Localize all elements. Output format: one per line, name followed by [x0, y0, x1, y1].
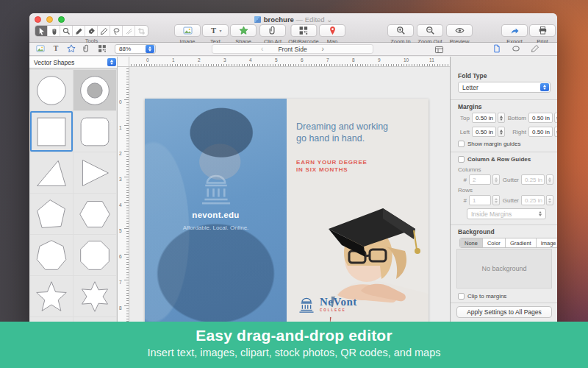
- crop-tool[interactable]: [135, 26, 148, 36]
- shape-rounded-square[interactable]: [74, 111, 116, 152]
- qr-barcode-button[interactable]: QR/Barcode: [288, 24, 318, 45]
- show-margin-guides-checkbox[interactable]: Show margin guides: [458, 141, 520, 147]
- background-tab-none[interactable]: None: [460, 238, 483, 247]
- columns-count-field[interactable]: 2: [469, 174, 491, 185]
- shape-star-5[interactable]: [30, 276, 73, 316]
- quick-insert-icons: T: [36, 44, 107, 53]
- margin-left-field[interactable]: 0.50 in: [472, 127, 496, 137]
- knife-tool[interactable]: [123, 26, 135, 36]
- margin-bottom-stepper[interactable]: [554, 113, 557, 123]
- clip-to-margins-label: Clip to margins: [467, 293, 506, 300]
- fold-type-label: Fold Type: [458, 72, 487, 79]
- margin-left-stepper[interactable]: [498, 127, 505, 137]
- shape-right-triangle[interactable]: [30, 152, 73, 193]
- rows-gutter-stepper[interactable]: [546, 195, 553, 205]
- margin-top-field[interactable]: 0.50 in: [472, 113, 496, 123]
- star-outline-icon[interactable]: [67, 44, 76, 53]
- pen-tool[interactable]: [85, 26, 98, 36]
- window-title: brochure — Edited ⌄: [29, 15, 557, 24]
- brochure-page[interactable]: nevont.edu Affordable. Local. Online. Dr…: [145, 99, 429, 337]
- shape-hexagon[interactable]: [74, 194, 116, 234]
- background-tab-image[interactable]: Image: [537, 238, 557, 247]
- shape-pentagon[interactable]: [30, 194, 73, 234]
- shape-library-value: Vector Shapes: [29, 59, 107, 66]
- shape-donut[interactable]: [74, 70, 116, 110]
- magnifier-tool[interactable]: [60, 26, 73, 36]
- margin-bottom-field[interactable]: 0.50 in: [528, 113, 553, 123]
- lasso-tool[interactable]: [110, 26, 123, 36]
- margin-right-field[interactable]: 0.50 in: [528, 127, 553, 137]
- document-icon: [254, 16, 261, 23]
- shape-circle[interactable]: [30, 70, 73, 110]
- margin-right-stepper[interactable]: [554, 127, 557, 137]
- prev-page-button[interactable]: ‹: [261, 46, 263, 52]
- pages-panel-icon[interactable]: [434, 44, 444, 57]
- shape-star-6[interactable]: [74, 276, 116, 316]
- image-icon: [183, 26, 193, 35]
- rows-gutter-field[interactable]: 0.25 in: [521, 195, 545, 205]
- qr-icon[interactable]: [98, 44, 107, 53]
- marketing-banner: Easy drag-and-drop editor Insert text, i…: [0, 322, 588, 368]
- document-tab-icon[interactable]: [492, 44, 501, 53]
- chevron-updown-icon: [146, 45, 154, 53]
- zoom-out-button[interactable]: Zoom Out: [417, 24, 443, 45]
- svg-text:T: T: [211, 26, 216, 35]
- columns-gutter-field[interactable]: 0.25 in: [521, 174, 545, 185]
- secondary-toolbar: T 88% ‹ Front Side ›: [29, 43, 557, 56]
- print-button[interactable]: Print: [529, 24, 556, 45]
- map-button[interactable]: Map: [319, 24, 345, 45]
- shape-heptagon[interactable]: [30, 235, 73, 275]
- rows-count-stepper[interactable]: [492, 195, 500, 205]
- shape-button[interactable]: Shape: [230, 24, 257, 45]
- next-page-button[interactable]: ›: [322, 46, 324, 52]
- inspector-tabs: [475, 44, 557, 53]
- cursor-tool[interactable]: [35, 26, 48, 36]
- clip-art-button[interactable]: Clip Art: [259, 24, 286, 45]
- star-icon: [239, 26, 248, 35]
- logo-subtitle-text: COLLEGE: [320, 308, 357, 312]
- preview-button[interactable]: Preview: [446, 24, 473, 45]
- rows-count-field[interactable]: 1: [469, 195, 491, 205]
- checkbox-icon: [458, 141, 465, 147]
- export-button[interactable]: Export: [501, 24, 528, 45]
- paperclip-icon[interactable]: [82, 44, 91, 53]
- desktop-wallpaper: brochure — Edited ⌄ Tools ImageT▾TextSha…: [0, 0, 588, 368]
- hand-tool[interactable]: [48, 26, 60, 36]
- zoom-level-value: 88%: [115, 46, 146, 52]
- shape-octagon[interactable]: [74, 235, 116, 275]
- calligraphy-pen-tool[interactable]: [98, 26, 110, 36]
- image-button[interactable]: Image: [174, 24, 201, 45]
- shape-square[interactable]: [30, 111, 73, 152]
- text-icon[interactable]: T: [51, 44, 60, 53]
- columns-gutter-stepper[interactable]: [546, 174, 553, 185]
- rows-gutter-label: Gutter: [500, 197, 519, 204]
- fold-type-value: Letter: [459, 84, 540, 91]
- clip-to-margins-checkbox[interactable]: Clip to margins: [458, 293, 506, 300]
- window-chrome: brochure — Edited ⌄ Tools ImageT▾TextSha…: [29, 13, 557, 43]
- eye-icon: [455, 26, 465, 35]
- text-button[interactable]: T▾Text: [202, 24, 229, 45]
- margin-left-label: Left: [456, 129, 470, 135]
- brochure-back-cover: Dreaming and working go hand in hand. EA…: [287, 99, 429, 337]
- image-icon[interactable]: [36, 44, 45, 53]
- shape-library-select[interactable]: Vector Shapes: [29, 57, 117, 68]
- text-icon: T: [209, 26, 218, 35]
- guides-position-select[interactable]: Inside Margins: [467, 208, 546, 219]
- column-row-guides-checkbox[interactable]: Column & Row Guides: [458, 156, 531, 163]
- edit-tab-icon[interactable]: [531, 44, 539, 53]
- printer-icon: [538, 26, 548, 35]
- pencil-tool[interactable]: [73, 26, 85, 36]
- show-margin-guides-label: Show margin guides: [467, 141, 520, 147]
- zoom-level-select[interactable]: 88%: [115, 44, 156, 54]
- chevron-updown-icon: [540, 83, 549, 91]
- background-tab-color[interactable]: Color: [483, 238, 506, 247]
- object-tab-icon[interactable]: [512, 44, 520, 53]
- margin-top-stepper[interactable]: [498, 113, 505, 123]
- zoom-in-button[interactable]: Zoom In: [387, 24, 414, 45]
- columns-count-stepper[interactable]: [492, 174, 500, 185]
- fold-type-select[interactable]: Letter: [458, 82, 551, 93]
- apply-settings-button[interactable]: Apply Settings to All Pages: [456, 306, 552, 318]
- margin-bottom-label: Bottom: [505, 115, 526, 121]
- shape-triangle[interactable]: [74, 152, 116, 193]
- background-tab-gradient[interactable]: Gradient: [506, 238, 537, 247]
